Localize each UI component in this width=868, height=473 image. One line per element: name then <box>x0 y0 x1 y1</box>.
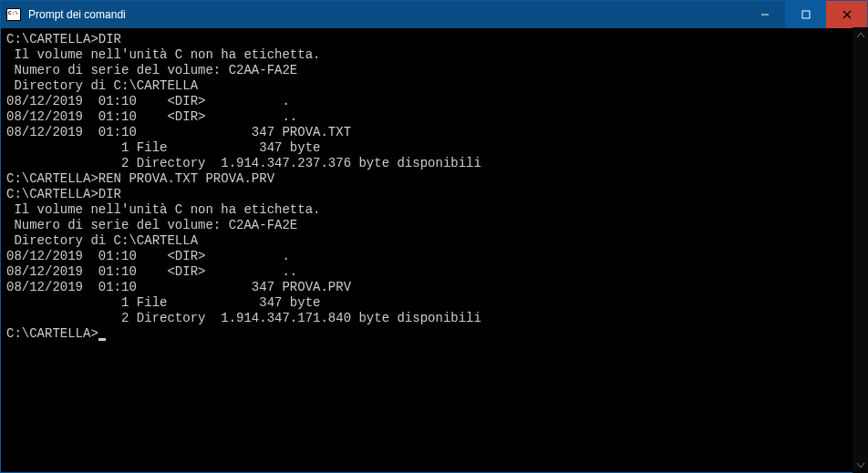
prompt-line: C:\CARTELLA> <box>6 326 862 342</box>
output-line: Numero di serie del volume: C2AA-FA2E <box>6 218 862 233</box>
window-title: Prompt dei comandi <box>28 8 744 21</box>
cursor <box>98 338 106 341</box>
window-controls <box>744 1 867 28</box>
maximize-button[interactable] <box>785 1 826 28</box>
cmd-icon <box>6 8 21 21</box>
scroll-up-icon[interactable] <box>852 27 868 43</box>
svg-rect-1 <box>802 11 810 18</box>
output-line: Il volume nell'unità C non ha etichetta. <box>6 47 862 63</box>
output-line: 08/12/2019 01:10 347 PROVA.PRV <box>6 280 862 295</box>
output-line: 1 File 347 byte <box>6 140 862 156</box>
output-line: Directory di C:\CARTELLA <box>6 233 862 249</box>
output-line: C:\CARTELLA>DIR <box>6 187 862 202</box>
output-line: 1 File 347 byte <box>6 295 862 311</box>
output-line: Numero di serie del volume: C2AA-FA2E <box>6 63 862 78</box>
output-line: 08/12/2019 01:10 347 PROVA.TXT <box>6 125 862 140</box>
titlebar[interactable]: Prompt dei comandi <box>1 1 867 28</box>
output-line: 08/12/2019 01:10 <DIR> . <box>6 94 862 109</box>
scrollbar[interactable] <box>852 27 868 473</box>
output-line: 08/12/2019 01:10 <DIR> .. <box>6 264 862 280</box>
output-line: C:\CARTELLA>REN PROVA.TXT PROVA.PRV <box>6 171 862 187</box>
output-line: Il volume nell'unità C non ha etichetta. <box>6 202 862 218</box>
output-line: 2 Directory 1.914.347.171.840 byte dispo… <box>6 311 862 326</box>
output-line: Directory di C:\CARTELLA <box>6 78 862 94</box>
close-button[interactable] <box>826 1 867 28</box>
output-line: 08/12/2019 01:10 <DIR> .. <box>6 109 862 125</box>
scroll-down-icon[interactable] <box>852 458 868 473</box>
output-line: 2 Directory 1.914.347.237.376 byte dispo… <box>6 156 862 171</box>
minimize-button[interactable] <box>744 1 785 28</box>
output-line: C:\CARTELLA>DIR <box>6 32 862 47</box>
terminal-output[interactable]: C:\CARTELLA>DIR Il volume nell'unità C n… <box>1 28 867 472</box>
command-prompt-window: Prompt dei comandi C:\CARTELLA>DIR Il vo… <box>0 0 868 473</box>
output-line: 08/12/2019 01:10 <DIR> . <box>6 249 862 264</box>
